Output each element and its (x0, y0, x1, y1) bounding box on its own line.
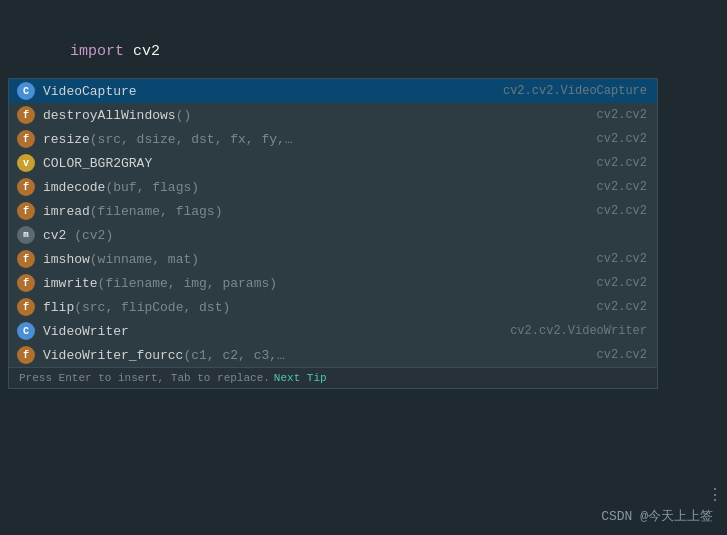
item-source: cv2.cv2 (597, 276, 647, 290)
item-name: imwrite(filename, img, params) (43, 276, 587, 291)
module-name: cv2 (124, 43, 160, 60)
dropdown-item[interactable]: fflip(src, flipCode, dst)cv2.cv2 (9, 295, 657, 319)
func-args: (src, dsize, dst, fx, fy,… (90, 132, 293, 147)
dropdown-item[interactable]: fresize(src, dsize, dst, fx, fy,…cv2.cv2 (9, 127, 657, 151)
dropdown-item[interactable]: fimshow(winname, mat)cv2.cv2 (9, 247, 657, 271)
item-type-icon: C (17, 82, 35, 100)
item-name: cv2 (cv2) (43, 228, 647, 243)
func-name: cv2 (43, 228, 66, 243)
dropdown-item[interactable]: fimread(filename, flags)cv2.cv2 (9, 199, 657, 223)
func-name: imdecode (43, 180, 105, 195)
dropdown-item[interactable]: mcv2 (cv2) (9, 223, 657, 247)
item-source: cv2.cv2 (597, 204, 647, 218)
item-type-icon: f (17, 202, 35, 220)
dropdown-item[interactable]: vCOLOR_BGR2GRAYcv2.cv2 (9, 151, 657, 175)
item-name: destroyAllWindows() (43, 108, 587, 123)
more-options-icon[interactable]: ⋮ (707, 485, 723, 505)
keyword-import: import (70, 43, 124, 60)
item-source: cv2.cv2 (597, 108, 647, 122)
item-name: resize(src, dsize, dst, fx, fy,… (43, 132, 587, 147)
dropdown-footer: Press Enter to insert, Tab to replace. N… (9, 367, 657, 388)
dropdown-item[interactable]: fdestroyAllWindows()cv2.cv2 (9, 103, 657, 127)
item-source: cv2.cv2.VideoWriter (510, 324, 647, 338)
func-name: VideoWriter_fourcc (43, 348, 183, 363)
item-name: COLOR_BGR2GRAY (43, 156, 587, 171)
item-name: VideoWriter_fourcc(c1, c2, c3,… (43, 348, 587, 363)
item-name: imshow(winname, mat) (43, 252, 587, 267)
func-args: (buf, flags) (105, 180, 199, 195)
func-name: resize (43, 132, 90, 147)
dropdown-item[interactable]: fimwrite(filename, img, params)cv2.cv2 (9, 271, 657, 295)
item-name: VideoWriter (43, 324, 500, 339)
func-name: imwrite (43, 276, 98, 291)
item-name: imdecode(buf, flags) (43, 180, 587, 195)
func-args: (filename, flags) (90, 204, 223, 219)
func-args: (cv2) (66, 228, 113, 243)
dropdown-item[interactable]: fVideoWriter_fourcc(c1, c2, c3,…cv2.cv2 (9, 343, 657, 367)
func-name: flip (43, 300, 74, 315)
item-type-icon: f (17, 298, 35, 316)
dropdown-item[interactable]: CVideoCapturecv2.cv2.VideoCapture (9, 79, 657, 103)
item-type-icon: m (17, 226, 35, 244)
func-name: destroyAllWindows (43, 108, 176, 123)
dropdown-item[interactable]: fimdecode(buf, flags)cv2.cv2 (9, 175, 657, 199)
item-type-icon: f (17, 274, 35, 292)
item-source: cv2.cv2 (597, 252, 647, 266)
watermark: CSDN @今天上上签 (601, 507, 713, 525)
dropdown-item[interactable]: CVideoWritercv2.cv2.VideoWriter (9, 319, 657, 343)
editor-background: import cv2 cv2. CVideoCapturecv2.cv2.Vid… (0, 0, 727, 535)
item-name: VideoCapture (43, 84, 493, 99)
item-source: cv2.cv2 (597, 156, 647, 170)
item-source: cv2.cv2 (597, 300, 647, 314)
item-type-icon: v (17, 154, 35, 172)
item-type-icon: f (17, 106, 35, 124)
func-args: (winname, mat) (90, 252, 199, 267)
item-type-icon: f (17, 178, 35, 196)
item-source: cv2.cv2 (597, 132, 647, 146)
next-tip-link[interactable]: Next Tip (274, 372, 327, 384)
func-args: (src, flipCode, dst) (74, 300, 230, 315)
func-name: imread (43, 204, 90, 219)
autocomplete-dropdown[interactable]: CVideoCapturecv2.cv2.VideoCapturefdestro… (8, 78, 658, 389)
item-source: cv2.cv2 (597, 348, 647, 362)
item-name: imread(filename, flags) (43, 204, 587, 219)
item-type-icon: f (17, 346, 35, 364)
func-args: (c1, c2, c3,… (183, 348, 284, 363)
footer-text: Press Enter to insert, Tab to replace. (19, 372, 270, 384)
func-args: (filename, img, params) (98, 276, 277, 291)
func-name: imshow (43, 252, 90, 267)
item-type-icon: f (17, 250, 35, 268)
func-args: () (176, 108, 192, 123)
item-type-icon: C (17, 322, 35, 340)
item-name: flip(src, flipCode, dst) (43, 300, 587, 315)
dropdown-items-container: CVideoCapturecv2.cv2.VideoCapturefdestro… (9, 79, 657, 367)
item-type-icon: f (17, 130, 35, 148)
item-source: cv2.cv2 (597, 180, 647, 194)
item-source: cv2.cv2.VideoCapture (503, 84, 647, 98)
